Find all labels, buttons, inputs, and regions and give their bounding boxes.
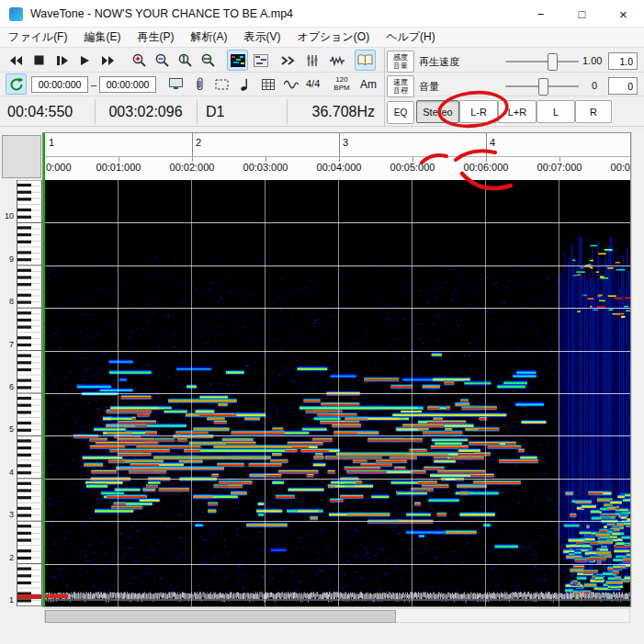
ruler-divider (43, 156, 630, 157)
horizontal-scrollbar-thumb[interactable] (45, 610, 396, 623)
app-icon (9, 7, 23, 21)
menu-file[interactable]: ファイル(F) (0, 28, 75, 47)
attach-clip-button[interactable] (188, 73, 209, 95)
loop-button[interactable] (6, 73, 27, 95)
time-signature-display[interactable]: 4/4 (306, 78, 320, 89)
vertical-scrollbar[interactable] (631, 132, 644, 607)
loop-end-input[interactable] (99, 76, 156, 93)
time-tick (266, 157, 266, 162)
position-value: 003:02:096 (95, 96, 197, 127)
playback-speed-slider-thumb[interactable] (548, 53, 558, 71)
loop-range-separator: – (91, 79, 96, 90)
time-tick (559, 157, 560, 162)
octave-label-6: 6 (9, 382, 14, 391)
time-label-2: 00:02:000 (164, 162, 220, 173)
channel-left-button[interactable]: L (537, 100, 575, 123)
volume-label: 音量 (419, 80, 439, 94)
minimize-button[interactable]: − (520, 0, 561, 28)
fast-forward-button[interactable] (97, 50, 119, 71)
note-button[interactable] (234, 73, 255, 95)
time-tick (339, 157, 340, 162)
menu-help[interactable]: ヘルプ(H) (378, 28, 444, 47)
bpm-value: 120 (330, 75, 354, 84)
spectrogram-view-button[interactable] (227, 50, 248, 71)
octave-label-column: 10987654321 (0, 180, 17, 606)
menu-bar: ファイル(F) 編集(E) 再生(P) 解析(A) 表示(V) オプション(O)… (0, 28, 644, 48)
display-button[interactable] (165, 73, 186, 95)
volume-value: 0 (592, 80, 597, 91)
speed-label: 速度 (393, 78, 408, 86)
note-value: D1 (206, 96, 224, 127)
channel-l-plus-r-button[interactable]: L+R (498, 100, 537, 123)
menu-analyze[interactable]: 解析(A) (182, 28, 235, 47)
menu-options[interactable]: オプション(O) (288, 28, 378, 47)
time-label-4: 00:04:000 (311, 162, 367, 173)
time-tick (119, 157, 119, 162)
playback-speed-label: 再生速度 (419, 55, 459, 69)
octave-label-5: 5 (9, 424, 14, 434)
volume-slider-thumb[interactable] (538, 78, 548, 96)
ruler-corner (2, 135, 41, 178)
sensitivity-volume-box[interactable]: 感度 音量 (387, 51, 414, 73)
sensitivity-volume-label: 音量 (393, 62, 408, 70)
time-tick (412, 157, 413, 162)
channel-stereo-button[interactable]: Stereo (416, 100, 459, 123)
menu-play[interactable]: 再生(P) (129, 28, 182, 47)
time-label-7: 00:07:000 (532, 162, 587, 173)
stop-button[interactable] (28, 50, 50, 71)
rewind-button[interactable] (6, 50, 27, 71)
volume-field[interactable] (608, 77, 638, 95)
wavetone-window: WaveTone - NOW'S YOUR CHANCE TO BE A.mp4… (0, 0, 644, 644)
octave-label-2: 2 (9, 553, 14, 562)
octave-label-9: 9 (9, 254, 14, 264)
mixer-button[interactable] (301, 50, 322, 71)
piano-keyboard[interactable] (17, 180, 42, 606)
play-button[interactable] (74, 50, 96, 71)
status-divider-2 (197, 99, 198, 124)
score-book-button[interactable] (355, 50, 376, 71)
spectrogram-canvas[interactable] (44, 180, 630, 606)
key-display[interactable]: Am (360, 78, 377, 91)
octave-label-10: 10 (5, 211, 14, 220)
channel-l-minus-r-button[interactable]: L-R (459, 100, 498, 123)
playback-speed-value: 1.00 (582, 55, 602, 66)
close-button[interactable]: × (603, 0, 644, 28)
piano-roll-view-button[interactable] (250, 50, 271, 71)
speed-pitch-box[interactable]: 速度 音程 (387, 75, 414, 97)
playhead-line (43, 133, 45, 606)
bpm-display[interactable]: 120 BPM (330, 75, 354, 92)
zoom-out-button[interactable] (152, 50, 173, 71)
channel-right-button[interactable]: R (575, 100, 612, 123)
time-tick (192, 157, 193, 162)
measure-tick (192, 133, 193, 156)
menu-view[interactable]: 表示(V) (235, 28, 288, 47)
horizontal-scrollbar[interactable] (44, 608, 630, 623)
octave-label-4: 4 (9, 468, 14, 477)
waveform-view-button[interactable] (326, 50, 347, 71)
time-label-8: 00:08:000 (605, 162, 630, 173)
eq-button[interactable]: EQ (387, 101, 414, 124)
playback-speed-slider-track[interactable] (505, 61, 579, 62)
octave-label-1: 1 (9, 595, 14, 604)
sensitivity-label: 感度 (393, 53, 408, 62)
selection-button[interactable] (211, 73, 232, 95)
zoom-vertical-button[interactable] (175, 50, 196, 71)
menu-edit[interactable]: 編集(E) (75, 28, 129, 47)
loop-start-input[interactable] (31, 76, 88, 93)
current-time-value: 00:04:550 (7, 96, 73, 127)
zoom-in-button[interactable] (129, 50, 150, 71)
pause-button[interactable] (51, 50, 73, 71)
sine-wave-button[interactable] (280, 73, 301, 95)
measure-tick (486, 133, 487, 156)
maximize-button[interactable]: □ (561, 0, 603, 28)
frequency-value: 36.708Hz (287, 96, 375, 127)
auto-scroll-button[interactable] (277, 50, 298, 71)
time-label-1: 00:01:000 (91, 162, 146, 173)
measure-label-2: 2 (196, 137, 201, 148)
time-label-3: 00:03:000 (238, 162, 293, 173)
time-label-5: 00:05:000 (385, 162, 440, 173)
timeline-ruler[interactable]: 1 2 3 4 0:000 00:01:000 00:02:000 00:03:… (43, 133, 630, 180)
playback-speed-field[interactable] (608, 52, 638, 70)
grid-button[interactable] (257, 73, 278, 95)
zoom-horizontal-button[interactable] (198, 50, 219, 71)
